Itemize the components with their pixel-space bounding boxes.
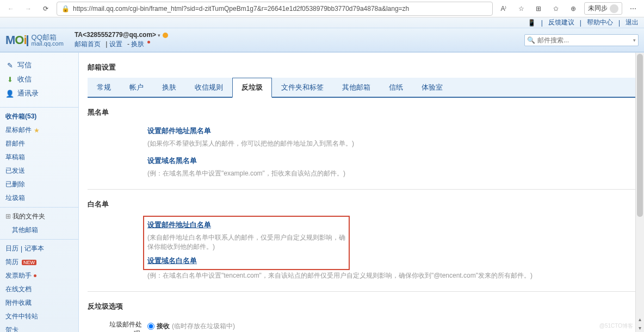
whitelist-domain-desc: (例：在域名白名单中设置"tencent.com"，来自该站点的邮件仅受用户自定… [147,270,635,286]
scroll-down-icon[interactable]: ▾ [636,323,644,332]
sidebar-trash[interactable]: 垃圾箱 [0,191,78,205]
favorite-icon[interactable]: ☆ [515,2,528,15]
tab-2[interactable]: 换肤 [153,78,185,97]
whitelist-highlight-box: 设置邮件地址白名单 (来自邮件地址白名单中联系人的邮件，仅受用户自定义规则影响，… [143,216,350,270]
tab-3[interactable]: 收信规则 [185,78,232,97]
search-input[interactable] [537,36,631,44]
section-blacklist-title: 黑名单 [88,104,635,121]
blacklist-address-desc: (如果你不希望收到某人的邮件，你可以把他的邮件地址加入到黑名单。) [147,138,635,154]
tab-4[interactable]: 反垃圾 [232,78,272,98]
logo-en: mail.qq.com [32,41,64,47]
sidebar-online-docs[interactable]: 在线文档 [0,283,78,296]
sidebar-sent[interactable]: 已发送 [0,164,78,178]
sidebar-starred[interactable]: 星标邮件 ★ [0,123,78,137]
receive-button[interactable]: ⬇收信 [5,72,73,86]
receive-icon: ⬇ [5,76,14,84]
sync-button[interactable]: 未同步 [584,2,622,15]
scrollbar-thumb[interactable] [637,54,643,217]
logo-cn: QQ邮箱 [32,34,64,41]
whitelist-address-desc: (来自邮件地址白名单中联系人的邮件，仅受用户自定义规则影响，确保你能收到他的邮件… [147,232,345,254]
section-antispam-title: 反垃圾选项 [88,298,635,315]
url-text: https://mail.qq.com/cgi-bin/frame_html?s… [73,5,488,12]
whitelist-address-link[interactable]: 设置邮件地址白名单 [147,218,345,232]
contacts-icon: 👤 [5,90,14,98]
scroll-up-icon[interactable]: ▴ [636,315,644,323]
divider: | [541,19,543,27]
menu-icon[interactable]: ⋯ [627,2,640,15]
divider: | [618,19,620,27]
tab-8[interactable]: 体验室 [412,78,452,97]
feedback-link[interactable]: 反馈建议 [548,18,574,27]
coin-icon [163,33,168,38]
blacklist-domain-desc: (例：在域名黑名单中设置"example.com"，拒收来自该站点的邮件。) [147,168,635,184]
noti-dot [147,41,150,43]
lock-icon: 🔒 [61,5,70,12]
blacklist-domain-link[interactable]: 设置域名黑名单 [147,154,635,168]
collections-icon[interactable]: ⊕ [567,2,580,15]
contacts-button[interactable]: 👤通讯录 [5,86,73,101]
refresh-button[interactable]: ⟳ [39,2,52,15]
help-link[interactable]: 帮助中心 [587,18,613,27]
sidebar-calendar[interactable]: 日历 | 记事本 [0,242,78,255]
extensions-icon[interactable]: ⊞ [532,2,545,15]
sidebar-group[interactable]: 群邮件 [0,137,78,151]
whitelist-domain-link[interactable]: 设置域名白名单 [147,254,345,268]
sidebar-myfolders[interactable]: ⊞ 我的文件夹 [0,210,78,223]
forward-button[interactable]: → [22,2,35,15]
sidebar-other-mailbox[interactable]: 其他邮箱 [0,223,78,237]
blacklist-address-link[interactable]: 设置邮件地址黑名单 [147,124,635,138]
section-whitelist-title: 白名单 [88,196,635,212]
sidebar-drafts[interactable]: 草稿箱 [0,151,78,164]
noti-dot [34,274,36,277]
sidebar-resume[interactable]: 简历 NEW [0,255,78,269]
phone-icon: 📱 [528,19,536,27]
divider: | [580,19,581,27]
logo[interactable]: MOi QQ邮箱 mail.qq.com [5,33,64,47]
url-bar[interactable]: 🔒 https://mail.qq.com/cgi-bin/frame_html… [57,2,493,16]
search-dropdown-icon[interactable]: ▾ [633,37,636,43]
search-box[interactable]: 🔍 ▾ [524,34,639,46]
antispam-label: 垃圾邮件处理: [104,320,147,332]
chevron-down-icon[interactable]: ▾ [158,33,160,38]
compose-icon: ✎ [5,61,14,70]
tab-5[interactable]: 文件夹和标签 [272,78,333,97]
user-address: <3285552779@qq.com> [83,31,156,39]
tab-0[interactable]: 常规 [88,78,120,97]
radio-accept[interactable] [147,323,154,330]
tab-7[interactable]: 信纸 [380,78,412,97]
star-icon: ★ [34,127,40,134]
sync-label: 未同步 [588,4,608,13]
header-skin-link[interactable]: 换肤 [131,40,144,48]
sidebar-deleted[interactable]: 已删除 [0,178,78,191]
sidebar-inbox[interactable]: 收件箱(53) [0,110,78,123]
header-settings-link[interactable]: 设置 [109,40,122,48]
avatar-icon [610,4,618,13]
header-home-link[interactable]: 邮箱首页 [75,40,101,48]
scrollbar-vertical[interactable]: ▴ ▾ [635,53,644,332]
page-title: 邮箱设置 [88,58,635,77]
tab-6[interactable]: 其他邮箱 [333,78,380,97]
favorites-icon[interactable]: ✩ [549,2,562,15]
search-icon: 🔍 [527,36,535,44]
compose-button[interactable]: ✎写信 [5,58,73,72]
watermark: @51CTO博客 [599,322,633,330]
read-aloud-icon[interactable]: A⁾ [497,2,510,15]
sidebar-cards[interactable]: 贺卡 [0,323,78,332]
new-badge: NEW [22,260,36,265]
user-prefix: TA [75,31,83,39]
sidebar-filetransfer[interactable]: 文件中转站 [0,310,78,323]
logout-link[interactable]: 退出 [626,18,639,27]
back-button[interactable]: ← [4,2,17,15]
tab-1[interactable]: 帐户 [120,78,153,97]
sidebar-attachments[interactable]: 附件收藏 [0,296,78,310]
sidebar-invoice[interactable]: 发票助手 [0,269,78,283]
